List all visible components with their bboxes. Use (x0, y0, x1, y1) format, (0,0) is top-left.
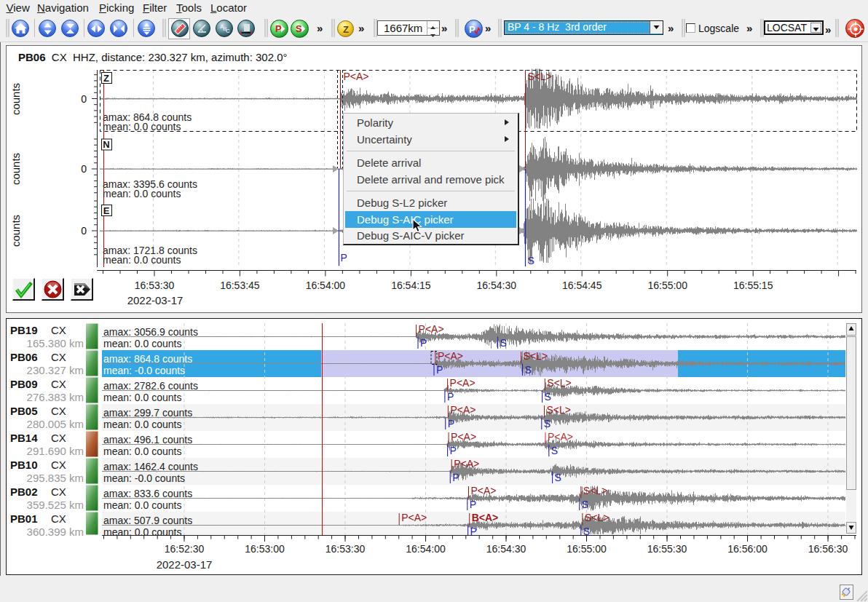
svg-text:230.327 km: 230.327 km (27, 364, 84, 376)
svg-text:S: S (528, 255, 534, 266)
svg-text:2022-03-17: 2022-03-17 (157, 558, 213, 571)
svg-text:165.380 km: 165.380 km (27, 337, 84, 349)
svg-text:P<A>: P<A> (450, 377, 476, 389)
svg-text:P: P (450, 445, 457, 456)
svg-text:16:53:30: 16:53:30 (326, 543, 366, 555)
svg-text:B<A>: B<A> (472, 512, 499, 523)
svg-text:N: N (103, 139, 109, 150)
svg-text:mean: 0.0 counts: mean: 0.0 counts (103, 526, 181, 537)
svg-text:mean: 0.0 counts: mean: 0.0 counts (103, 337, 181, 349)
svg-text:P: P (448, 418, 454, 429)
svg-text:S: S (500, 337, 507, 349)
svg-text:16:53:45: 16:53:45 (220, 280, 260, 291)
svg-text:CX: CX (51, 351, 66, 363)
svg-text:P: P (275, 23, 282, 34)
svg-text:16:54:00: 16:54:00 (406, 543, 446, 555)
svg-text:16:55:00: 16:55:00 (567, 543, 607, 555)
svg-text:S<L>: S<L> (585, 512, 609, 523)
svg-text:PB05: PB05 (10, 405, 38, 417)
svg-text:CX: CX (51, 324, 66, 336)
svg-text:amax: 3056.9 counts: amax: 3056.9 counts (103, 325, 198, 337)
svg-text:S<L>: S<L> (547, 377, 571, 389)
svg-text:16:54:00: 16:54:00 (306, 280, 346, 291)
svg-text:Z: Z (103, 73, 109, 84)
svg-text:2022-03-17: 2022-03-17 (127, 294, 184, 306)
svg-text:S<L>: S<L> (547, 404, 571, 416)
svg-text:amax: 1462.4 counts: amax: 1462.4 counts (103, 460, 198, 472)
svg-text:counts: counts (9, 215, 22, 247)
svg-text:S: S (551, 445, 558, 456)
svg-text:amax: 864.8 counts: amax: 864.8 counts (103, 352, 192, 364)
svg-text:CX: CX (51, 486, 66, 498)
svg-text:CX: CX (51, 378, 66, 390)
svg-text:PB06: PB06 (10, 351, 38, 363)
svg-text:16:53:00: 16:53:00 (245, 543, 285, 555)
svg-text:amax: 833.6 counts: amax: 833.6 counts (103, 487, 192, 499)
svg-text:P: P (436, 364, 443, 376)
svg-text:P<A>: P<A> (471, 485, 497, 496)
svg-text:0: 0 (81, 225, 87, 237)
svg-text:PB14: PB14 (10, 432, 38, 444)
svg-text:P: P (447, 391, 454, 403)
svg-text:276.383 km: 276.383 km (27, 391, 84, 403)
svg-text:295.835 km: 295.835 km (27, 472, 84, 484)
svg-text:PB09: PB09 (10, 378, 38, 390)
svg-text:0: 0 (81, 93, 87, 105)
svg-text:16:56:00: 16:56:00 (727, 543, 768, 555)
svg-text:S<L>: S<L> (583, 485, 607, 496)
svg-text:P: P (420, 337, 427, 349)
svg-text:P<A>: P<A> (454, 458, 479, 470)
svg-text:mean: 0.0 counts: mean: 0.0 counts (103, 499, 181, 510)
svg-text:16:54:15: 16:54:15 (391, 280, 431, 291)
svg-text:CX: CX (51, 405, 66, 417)
svg-text:mean: 0.0 counts: mean: 0.0 counts (103, 188, 181, 199)
svg-text:16:53:30: 16:53:30 (135, 280, 175, 291)
svg-text:S: S (544, 418, 551, 429)
svg-text:counts: counts (9, 83, 22, 115)
svg-text:PB19: PB19 (10, 324, 38, 336)
svg-text:16:54:45: 16:54:45 (562, 280, 602, 291)
svg-text:P<A>: P<A> (438, 350, 463, 362)
svg-text:359.525 km: 359.525 km (27, 499, 84, 511)
svg-text:P<A>: P<A> (401, 512, 427, 523)
svg-text:amax: 299.7 counts: amax: 299.7 counts (103, 406, 192, 418)
svg-text:280.005 km: 280.005 km (27, 418, 84, 430)
svg-text:S<L>: S<L> (528, 71, 552, 82)
svg-text:CX: CX (51, 432, 66, 444)
svg-text:P<A>: P<A> (419, 323, 444, 335)
svg-text:P<A>: P<A> (344, 71, 369, 82)
svg-text:Z: Z (343, 24, 349, 35)
svg-text:PB02: PB02 (10, 486, 38, 498)
svg-text:P: P (470, 499, 476, 510)
svg-text:S: S (582, 499, 588, 510)
svg-text:291.690 km: 291.690 km (27, 445, 84, 457)
svg-text:CX: CX (51, 459, 66, 471)
svg-text:mean: 0.0 counts: mean: 0.0 counts (103, 391, 181, 403)
svg-text:C: C (226, 28, 230, 34)
svg-text:mean: 0.0 counts: mean: 0.0 counts (103, 418, 181, 429)
svg-text:counts: counts (9, 153, 22, 185)
svg-text:16:54:30: 16:54:30 (477, 280, 517, 291)
svg-text:P: P (452, 472, 459, 483)
svg-text:S: S (545, 391, 551, 403)
svg-text:amax: 507.9 counts: amax: 507.9 counts (103, 514, 192, 526)
svg-text:16:55:15: 16:55:15 (733, 280, 773, 291)
svg-text:S: S (525, 364, 532, 376)
svg-text:CX: CX (51, 512, 66, 525)
svg-text:mean: 0.0 counts: mean: 0.0 counts (103, 254, 181, 266)
svg-text:mean: 0.0 counts: mean: 0.0 counts (103, 445, 181, 456)
svg-text:P<A>: P<A> (450, 404, 476, 416)
svg-text:P: P (469, 24, 476, 35)
svg-text:PB01: PB01 (10, 512, 38, 525)
svg-text:S: S (296, 23, 302, 34)
svg-text:0: 0 (81, 163, 87, 175)
svg-text:S<L>: S<L> (524, 350, 548, 362)
svg-text:P<A>: P<A> (451, 431, 476, 443)
svg-text:16:52:30: 16:52:30 (165, 543, 205, 555)
svg-text:360.399 km: 360.399 km (27, 526, 84, 538)
svg-text:amax: 496.1 counts: amax: 496.1 counts (103, 433, 192, 445)
svg-text:16:56:30: 16:56:30 (808, 543, 848, 555)
svg-text:E: E (103, 205, 110, 216)
svg-text:mean: -0.0 counts: mean: -0.0 counts (103, 364, 185, 376)
svg-text:PB10: PB10 (10, 459, 38, 471)
